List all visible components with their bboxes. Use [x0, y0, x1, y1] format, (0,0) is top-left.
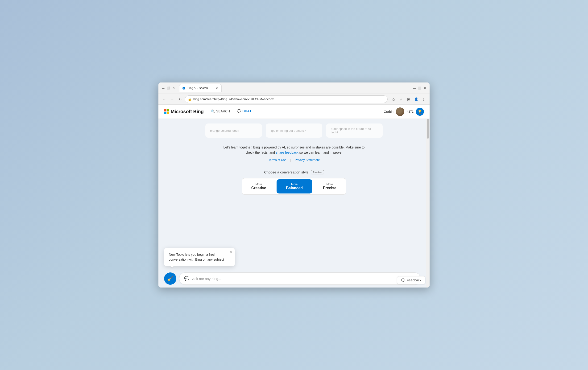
tooltip-text: New Topic lets you begin a fresh convers… [169, 253, 224, 261]
ms-sq-green [167, 109, 169, 112]
toolbar-right: ⎙ ☆ ▣ 👤 ⋮ [390, 96, 427, 103]
suggestion-text-1: tips on hiring pet trainers? [270, 129, 306, 133]
style-creative-button[interactable]: More Creative [242, 178, 276, 195]
feedback-icon: 💬 [401, 278, 405, 282]
nav-search-label: SEARCH [216, 109, 230, 113]
creative-more-text: More [256, 183, 262, 186]
style-label-text: Choose a conversation style [264, 170, 308, 174]
suggestion-card-2[interactable]: outer space in the future of AI tech? [326, 123, 383, 138]
style-precise-button[interactable]: More Precise [313, 178, 346, 195]
balanced-name: Balanced [286, 186, 303, 190]
privacy-link[interactable]: Privacy Statement [295, 158, 320, 162]
suggestion-card-0[interactable]: orange-colored food? [205, 123, 262, 138]
sidebar-button[interactable]: ▣ [405, 96, 412, 103]
nav-chat-label: CHAT [242, 109, 251, 113]
chat-input-icon: 💬 [184, 276, 189, 281]
scrollbar[interactable]: ▲ [426, 105, 430, 288]
disclaimer-after: so we can learn and improve! [298, 151, 343, 154]
legal-separator: | [290, 158, 291, 162]
style-selector: Choose a conversation style Preview More… [242, 170, 346, 195]
search-icon: 🔍 [211, 109, 215, 113]
chat-area: orange-colored food? tips on hiring pet … [158, 119, 430, 288]
balanced-more-text: More [291, 183, 297, 186]
nav-chat[interactable]: 💬 CHAT [237, 109, 251, 114]
points-badge: 4371 [407, 110, 414, 113]
bing-logo: Microsoft Bing [164, 109, 204, 114]
favorites-button[interactable]: ☆ [398, 96, 405, 103]
suggestion-text-2: outer space in the future of AI tech? [331, 127, 378, 134]
precise-more-text: More [326, 183, 333, 186]
minimize-button[interactable]: — [161, 86, 165, 90]
ms-sq-blue [164, 112, 167, 114]
bing-nav: 🔍 SEARCH 💬 CHAT [211, 109, 251, 114]
precise-name: Precise [323, 186, 336, 190]
minimize-win-button[interactable]: — [413, 86, 416, 90]
share-button[interactable]: ⎙ [390, 96, 397, 103]
feedback-button[interactable]: 💬 Feedback [397, 276, 425, 284]
url-text: bing.com/search?q=Bing+AI&showconv=1&FOR… [193, 97, 385, 101]
user-avatar[interactable] [396, 107, 404, 116]
reload-button[interactable]: ↻ [177, 96, 184, 103]
bing-header: Microsoft Bing 🔍 SEARCH 💬 CHAT Corbin 43… [158, 105, 430, 119]
style-balanced-button[interactable]: More Balanced [277, 179, 312, 194]
title-bar: — ⬜ ✕ Bing AI - Search ✕ + — ⬜ ✕ [158, 82, 430, 94]
restore-win-button[interactable]: ⬜ [418, 86, 421, 90]
tooltip-close-button[interactable]: × [230, 250, 232, 254]
disclaimer: Let's learn together. Bing is powered by… [223, 145, 365, 155]
suggestion-text-0: orange-colored food? [210, 129, 239, 133]
terms-link[interactable]: Terms of Use [268, 158, 286, 162]
microsoft-logo [164, 109, 169, 114]
legal-links: Terms of Use | Privacy Statement [268, 158, 319, 162]
lock-icon: 🔒 [188, 98, 191, 101]
suggestion-card-1[interactable]: tips on hiring pet trainers? [266, 123, 322, 138]
menu-button[interactable]: ⋮ [420, 96, 427, 103]
new-tab-button[interactable]: + [222, 85, 229, 92]
ms-sq-yellow [167, 112, 169, 114]
header-right: Corbin 4371 🏆 [384, 107, 424, 116]
share-feedback-link[interactable]: share feedback [276, 151, 298, 154]
user-name: Corbin [384, 110, 393, 113]
chat-nav-icon: 💬 [237, 109, 241, 113]
creative-name: Creative [251, 186, 266, 190]
style-buttons: More Creative More Balanced More Precise [242, 178, 346, 195]
tabs-row: Bing AI - Search ✕ + [179, 84, 411, 92]
address-bar-row: ← → ↻ 🔒 bing.com/search?q=Bing+AI&showco… [158, 94, 430, 105]
feedback-label: Feedback [407, 278, 421, 282]
nav-search[interactable]: 🔍 SEARCH [211, 109, 230, 114]
maximize-button[interactable]: ⬜ [167, 86, 170, 90]
new-topic-button[interactable]: 🧹 [164, 272, 176, 285]
suggestion-strip: orange-colored food? tips on hiring pet … [196, 123, 392, 138]
profile-button[interactable]: 👤 [413, 96, 420, 103]
bing-logo-text: Microsoft Bing [171, 109, 204, 114]
forward-button[interactable]: → [169, 96, 176, 103]
input-area: 🧹 💬 Ask me anything... [158, 270, 426, 288]
tab-close-icon[interactable]: ✕ [215, 86, 219, 90]
page-content: Microsoft Bing 🔍 SEARCH 💬 CHAT Corbin 43… [158, 105, 430, 288]
new-topic-tooltip: New Topic lets you begin a fresh convers… [164, 248, 235, 266]
window-controls: — ⬜ ✕ [161, 86, 175, 90]
reward-icon[interactable]: 🏆 [416, 108, 424, 116]
chat-input[interactable]: 💬 Ask me anything... [179, 272, 420, 285]
back-button[interactable]: ← [161, 96, 168, 103]
address-bar[interactable]: 🔒 bing.com/search?q=Bing+AI&showconv=1&F… [185, 95, 388, 103]
tab-favicon [182, 86, 186, 90]
active-tab[interactable]: Bing AI - Search ✕ [179, 84, 222, 92]
close-win-button[interactable]: ✕ [423, 86, 427, 90]
preview-badge: Preview [311, 170, 324, 175]
close-button[interactable]: ✕ [172, 86, 175, 90]
chat-placeholder: Ask me anything... [192, 277, 416, 281]
ms-sq-red [164, 109, 167, 112]
tab-title: Bing AI - Search [188, 86, 213, 90]
avatar-image [396, 107, 404, 116]
browser-window: — ⬜ ✕ Bing AI - Search ✕ + — ⬜ ✕ [158, 82, 430, 288]
broom-icon: 🧹 [167, 276, 174, 282]
style-label: Choose a conversation style Preview [264, 170, 324, 175]
